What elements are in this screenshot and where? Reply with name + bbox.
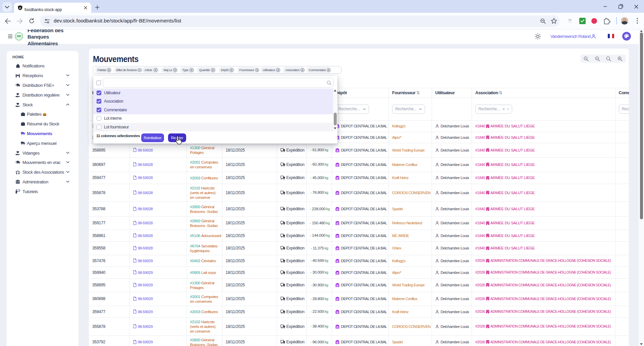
svg-text:A: A <box>19 6 21 10</box>
